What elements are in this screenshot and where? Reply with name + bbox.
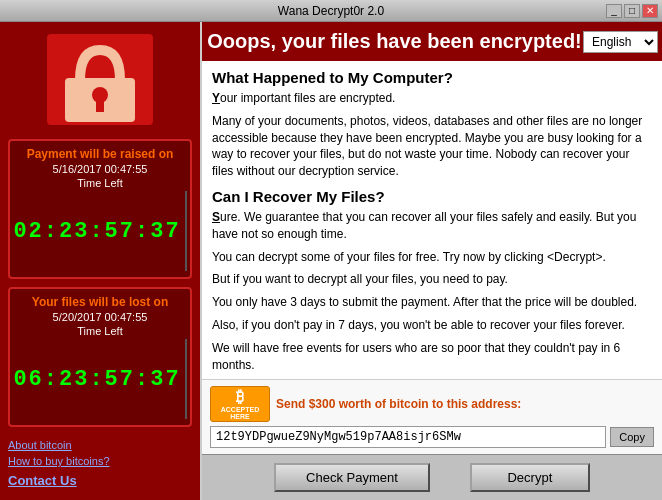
close-button[interactable]: ✕ xyxy=(642,4,658,18)
progress-bar-2 xyxy=(185,339,187,419)
payment-raise-label: Payment will be raised on xyxy=(18,147,182,161)
files-lost-label: Your files will be lost on xyxy=(18,295,182,309)
svg-rect-3 xyxy=(96,100,104,112)
how-to-buy-link[interactable]: How to buy bitcoins? xyxy=(8,455,192,467)
header-title: Ooops, your files have been encrypted! xyxy=(206,30,583,53)
bitcoin-row: ₿ ACCEPTED HERE Send $300 worth of bitco… xyxy=(210,386,654,422)
minimize-button[interactable]: _ xyxy=(606,4,622,18)
files-lost-time-label: Time Left xyxy=(18,325,182,337)
section1-heading: What Happened to My Computer? xyxy=(212,69,652,86)
action-bar: Check Payment Decrypt xyxy=(202,454,662,500)
payment-raise-date: 5/16/2017 00:47:55 xyxy=(18,163,182,175)
section2-para1: Sure. We guarantee that you can recover … xyxy=(212,209,652,243)
section2-para6: We will have free events for users who a… xyxy=(212,340,652,374)
bitcoin-address-input[interactable] xyxy=(210,426,606,448)
window-controls: _ □ ✕ xyxy=(606,4,658,18)
section1-para2: Many of your documents, photos, videos, … xyxy=(212,113,652,180)
payment-raise-box: Payment will be raised on 5/16/2017 00:4… xyxy=(8,139,192,279)
content-area[interactable]: What Happened to My Computer? Your impor… xyxy=(202,61,662,379)
language-select[interactable]: English 中文 Español Русский xyxy=(583,31,658,53)
section2-para5: Also, if you don't pay in 7 days, you wo… xyxy=(212,317,652,334)
lock-icon xyxy=(40,32,160,127)
progress-bar-1 xyxy=(185,191,187,271)
files-lost-box: Your files will be lost on 5/20/2017 00:… xyxy=(8,287,192,427)
bottom-links: About bitcoin How to buy bitcoins? Conta… xyxy=(8,435,192,493)
bitcoin-accepted-text: ACCEPTED HERE xyxy=(211,406,269,420)
section2-para3: But if you want to decrypt all your file… xyxy=(212,271,652,288)
window-title: Wana Decrypt0r 2.0 xyxy=(56,4,606,18)
decrypt-button[interactable]: Decrypt xyxy=(470,463,590,492)
check-payment-button[interactable]: Check Payment xyxy=(274,463,430,492)
payment-raise-timer: 02:23:57:37 xyxy=(13,219,180,244)
bitcoin-logo: ₿ ACCEPTED HERE xyxy=(210,386,270,422)
copy-button[interactable]: Copy xyxy=(610,427,654,447)
main-container: Payment will be raised on 5/16/2017 00:4… xyxy=(0,22,662,500)
about-bitcoin-link[interactable]: About bitcoin xyxy=(8,439,192,451)
files-lost-date: 5/20/2017 00:47:55 xyxy=(18,311,182,323)
right-panel: Ooops, your files have been encrypted! E… xyxy=(200,22,662,500)
contact-us-link[interactable]: Contact Us xyxy=(8,473,77,488)
section2-heading: Can I Recover My Files? xyxy=(212,188,652,205)
address-row: Copy xyxy=(210,426,654,448)
section1-para1: Your important files are encrypted. xyxy=(212,90,652,107)
section2-para4: You only have 3 days to submit the payme… xyxy=(212,294,652,311)
left-panel: Payment will be raised on 5/16/2017 00:4… xyxy=(0,22,200,500)
bitcoin-symbol: ₿ xyxy=(236,388,244,406)
payment-raise-time-label: Time Left xyxy=(18,177,182,189)
right-header: Ooops, your files have been encrypted! E… xyxy=(202,22,662,61)
send-label: Send $300 worth of bitcoin to this addre… xyxy=(276,397,654,411)
maximize-button[interactable]: □ xyxy=(624,4,640,18)
title-bar: Wana Decrypt0r 2.0 _ □ ✕ xyxy=(0,0,662,22)
section2-para2: You can decrypt some of your files for f… xyxy=(212,249,652,266)
files-lost-timer: 06:23:57:37 xyxy=(13,367,180,392)
bitcoin-section: ₿ ACCEPTED HERE Send $300 worth of bitco… xyxy=(202,379,662,454)
